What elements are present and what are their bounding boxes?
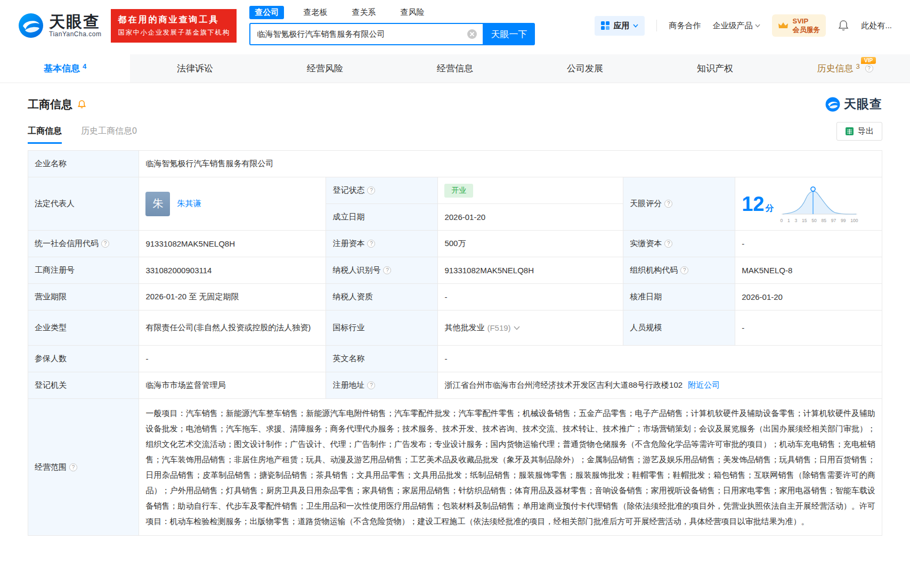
value-english-name: - xyxy=(438,346,882,372)
promo-line-1: 都在用的商业查询工具 xyxy=(118,14,230,26)
tab-history-info[interactable]: VIP 历史信息 3 ? xyxy=(780,54,910,83)
nearby-companies-link[interactable]: 附近公司 xyxy=(688,380,720,389)
top-header: 天眼查 TianYanCha.com 都在用的商业查询工具 国家中小企业发展子基… xyxy=(0,0,910,51)
tianyancha-logo[interactable]: 天眼查 TianYanCha.com xyxy=(18,13,101,38)
score-pin-icon xyxy=(811,187,815,191)
help-icon[interactable]: ? xyxy=(367,381,375,389)
vip-badge: VIP xyxy=(861,57,876,64)
help-icon[interactable]: ? xyxy=(383,266,391,274)
label-credit-code: 统一社会信用代码? xyxy=(28,231,139,257)
search-button[interactable]: 天眼一下 xyxy=(483,23,535,45)
search-input-wrap xyxy=(249,23,483,45)
enterprise-product-link[interactable]: 企业级产品 xyxy=(712,21,760,31)
apps-menu[interactable]: 应用 xyxy=(595,16,645,36)
tianyancha-logo-icon xyxy=(825,97,840,112)
search-tab-boss[interactable]: 查老板 xyxy=(298,6,332,19)
value-reg-status: 开业 xyxy=(438,177,623,204)
value-tianyan-score: 12分 01 315 5085 979 xyxy=(735,177,882,231)
label-taxpayer-id: 纳税人识别号? xyxy=(326,257,438,284)
value-legal-rep: 朱 朱其谦 xyxy=(139,177,326,231)
value-paid-capital: - xyxy=(735,231,882,257)
legal-rep-avatar[interactable]: 朱 xyxy=(145,192,170,216)
label-legal-rep: 法定代表人 xyxy=(28,177,139,231)
chevron-down-icon[interactable] xyxy=(514,326,520,330)
search-tab-company[interactable]: 查公司 xyxy=(249,6,284,19)
help-icon[interactable]: ? xyxy=(367,186,375,194)
company-nav-tabs: 基本信息 4 法律诉讼 经营风险 经营信息 公司发展 知识产权 VIP 历史信息… xyxy=(0,54,910,83)
enterprise-product-label: 企业级产品 xyxy=(712,21,752,31)
label-taxpayer-quality: 纳税人资质 xyxy=(326,284,438,311)
subscribe-bell-icon[interactable] xyxy=(77,100,86,109)
promo-banner: 都在用的商业查询工具 国家中小企业发展子基金旗下机构 xyxy=(111,9,237,43)
label-reg-address: 注册地址? xyxy=(326,372,438,399)
tab-basic-info-label: 基本信息 xyxy=(44,62,80,75)
tab-ip-label: 知识产权 xyxy=(697,62,733,75)
logo-domain: TianYanCha.com xyxy=(49,30,101,38)
tab-operation-label: 经营信息 xyxy=(437,62,473,75)
label-business-scope: 经营范围? xyxy=(28,399,139,536)
label-reg-status: 登记状态? xyxy=(326,177,438,204)
caret-down-icon xyxy=(755,24,760,28)
label-reg-number: 工商注册号 xyxy=(28,257,139,284)
tab-company-development[interactable]: 公司发展 xyxy=(520,54,650,83)
label-english-name: 英文名称 xyxy=(326,346,438,372)
header-right: 应用 商务合作 企业级产品 SVIP 会员服务 xyxy=(595,14,892,37)
label-industry: 国标行业 xyxy=(326,311,438,346)
subtab-history-business-info[interactable]: 历史工商信息0 xyxy=(81,126,137,144)
help-icon[interactable]: ? xyxy=(664,240,672,248)
business-info-table: 企业名称 临海智氪极行汽车销售服务有限公司 法定代表人 朱 朱其谦 登记状态? … xyxy=(28,150,882,536)
export-spreadsheet-icon xyxy=(845,127,854,136)
label-staff-size: 人员规模 xyxy=(623,311,735,346)
value-industry: 其他批发业 (F519) xyxy=(438,311,623,346)
grid-icon xyxy=(601,21,610,30)
help-icon[interactable]: ? xyxy=(865,64,873,72)
label-paid-capital: 实缴资本? xyxy=(623,231,735,257)
value-company-name: 临海智氪极行汽车销售服务有限公司 xyxy=(139,151,882,177)
value-company-type: 有限责任公司(非自然人投资或控股的法人独资) xyxy=(139,311,326,346)
brand-watermark: 天眼查 xyxy=(825,96,882,112)
tab-risk-label: 经营风险 xyxy=(307,62,343,75)
help-icon[interactable]: ? xyxy=(680,266,688,274)
search-tab-relation[interactable]: 查关系 xyxy=(346,6,381,19)
help-icon[interactable]: ? xyxy=(69,463,77,471)
notification-bell-icon[interactable] xyxy=(838,20,849,31)
value-org-code: MAK5NELQ-8 xyxy=(735,257,882,284)
apps-menu-label: 应用 xyxy=(613,21,629,31)
tab-intellectual-property[interactable]: 知识产权 xyxy=(650,54,780,83)
label-business-term: 营业期限 xyxy=(28,284,139,311)
tab-history-count: 3 xyxy=(856,62,859,70)
value-staff-size: - xyxy=(735,311,882,346)
clear-search-icon[interactable] xyxy=(467,29,477,39)
search-tab-risk[interactable]: 查风险 xyxy=(395,6,429,19)
score-distribution-chart: 01 315 5085 9799 100 xyxy=(779,184,859,223)
header-divider xyxy=(656,20,657,31)
tab-development-label: 公司发展 xyxy=(567,62,603,75)
tab-legal-proceedings[interactable]: 法律诉讼 xyxy=(130,54,260,83)
value-reg-number: 331082000903114 xyxy=(139,257,326,284)
value-business-term: 2026-01-20 至 无固定期限 xyxy=(139,284,326,311)
help-icon[interactable]: ? xyxy=(101,240,109,248)
label-company-name: 企业名称 xyxy=(28,151,139,177)
business-coop-link[interactable]: 商务合作 xyxy=(669,21,701,31)
legal-rep-link[interactable]: 朱其谦 xyxy=(177,199,201,209)
tianyancha-logo-icon xyxy=(18,13,44,38)
export-button[interactable]: 导出 xyxy=(836,122,882,141)
label-reg-capital: 注册资本? xyxy=(326,231,438,257)
caret-down-icon xyxy=(633,24,638,28)
tab-basic-info[interactable]: 基本信息 4 xyxy=(0,54,130,83)
subtab-business-info[interactable]: 工商信息 xyxy=(28,126,62,144)
value-reg-authority: 临海市市场监督管理局 xyxy=(139,372,326,399)
help-icon[interactable]: ? xyxy=(664,200,672,208)
search-input[interactable] xyxy=(250,24,483,44)
tab-operating-risk[interactable]: 经营风险 xyxy=(260,54,390,83)
label-tianyan-score: 天眼评分? xyxy=(623,177,735,231)
user-account-menu[interactable]: 此处有... xyxy=(861,21,892,31)
value-taxpayer-quality: - xyxy=(438,284,623,311)
label-approval-date: 核准日期 xyxy=(623,284,735,311)
svip-member-badge[interactable]: SVIP 会员服务 xyxy=(772,14,826,37)
value-reg-capital: 500万 xyxy=(438,231,623,257)
value-est-date: 2026-01-20 xyxy=(438,204,623,231)
help-icon[interactable]: ? xyxy=(367,240,375,248)
value-insured-count: - xyxy=(139,346,326,372)
tab-operating-info[interactable]: 经营信息 xyxy=(390,54,520,83)
